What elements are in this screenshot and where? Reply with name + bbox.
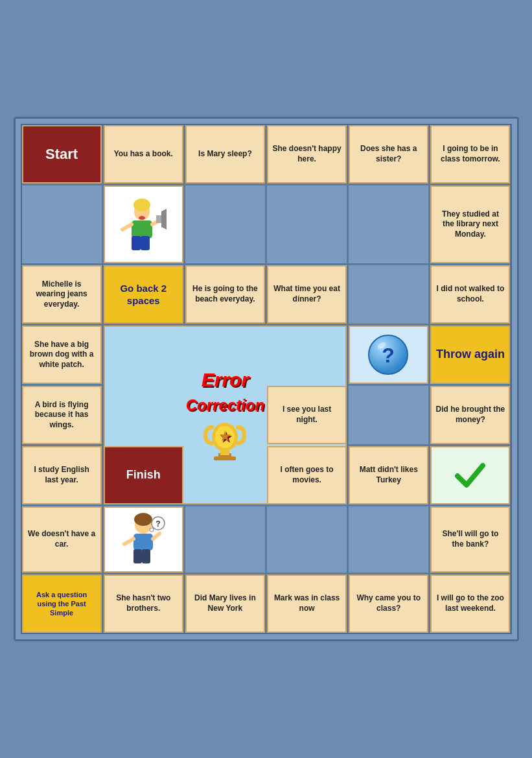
cell-r7c1-text: We doesn't have a car. bbox=[27, 529, 97, 549]
cell-r5c6: Did he brought the money? bbox=[430, 386, 510, 444]
cell-r8c2: She hasn't two brothers. bbox=[104, 574, 183, 633]
cell-start: Start bbox=[22, 125, 102, 184]
person-megaphone-icon bbox=[117, 192, 169, 257]
cell-r5c4: I see you last night. bbox=[267, 386, 347, 444]
cell-r6c5: Matt didn't likes Turkey bbox=[349, 446, 428, 504]
cell-r5c1-text: A bird is flying because it has wings. bbox=[27, 400, 97, 431]
svg-text:★: ★ bbox=[219, 429, 231, 444]
cell-r2c3-empty bbox=[185, 185, 265, 263]
cell-r8c4: Mark was in class now bbox=[267, 574, 347, 633]
svg-line-25 bbox=[124, 539, 133, 544]
cell-go-back: Go back 2 spaces bbox=[104, 265, 183, 324]
cell-r8c5-text: Why came you to class? bbox=[354, 593, 423, 613]
svg-rect-14 bbox=[220, 450, 229, 455]
cell-r3c4: What time you eat dinner? bbox=[267, 265, 347, 324]
question-sphere-icon: ? bbox=[367, 334, 410, 376]
cell-finish: Finish bbox=[104, 446, 183, 504]
cell-r1c3-text: Is Mary sleep? bbox=[198, 149, 252, 160]
cell-r8c4-text: Mark was in class now bbox=[272, 593, 341, 613]
cell-r6c1-text: I study English last year. bbox=[27, 465, 97, 485]
cell-r3c3-text: He is going to the beach everyday. bbox=[191, 284, 260, 304]
svg-point-29 bbox=[150, 528, 154, 532]
cell-r3c1-text: Michelle is wearing jeans everyday. bbox=[27, 279, 97, 310]
cell-r3c4-text: What time you eat dinner? bbox=[272, 284, 341, 304]
cell-r7c5-empty bbox=[349, 506, 428, 573]
cell-throw-again-text: Throw again bbox=[436, 347, 505, 362]
cell-r7c3-empty bbox=[185, 506, 265, 573]
svg-line-26 bbox=[153, 534, 159, 539]
svg-rect-4 bbox=[141, 236, 150, 250]
cell-go-back-text: Go back 2 spaces bbox=[109, 282, 178, 307]
cell-r2c5-empty bbox=[349, 185, 428, 263]
svg-rect-24 bbox=[142, 549, 150, 563]
svg-rect-8 bbox=[156, 215, 161, 223]
svg-rect-22 bbox=[133, 534, 153, 551]
cell-r6c4-text: I often goes to movies. bbox=[272, 465, 341, 485]
svg-point-9 bbox=[139, 216, 145, 220]
svg-point-1 bbox=[133, 198, 150, 211]
cell-throw-again: Throw again bbox=[430, 326, 510, 384]
trophy-icon: ★ bbox=[202, 418, 248, 463]
board-grid: Start You has a book. Is Mary sleep? She… bbox=[21, 124, 512, 634]
cell-r8c2-text: She hasn't two brothers. bbox=[109, 593, 178, 613]
svg-rect-11 bbox=[214, 456, 236, 460]
cell-r7c6-text: She'll will go to the bank? bbox=[435, 529, 505, 549]
cell-r5c5-empty bbox=[349, 386, 428, 444]
cell-r2c4-empty bbox=[267, 185, 347, 263]
svg-rect-2 bbox=[132, 220, 152, 239]
correction-text: Correction bbox=[186, 395, 264, 415]
check-mark-icon bbox=[452, 458, 488, 493]
cell-green-check bbox=[430, 446, 510, 504]
cell-ask-question-text: Ask a question using the Past Simple bbox=[27, 590, 97, 618]
error-text: Error bbox=[202, 367, 249, 392]
cell-r8c6: I will go to the zoo last weekend. bbox=[430, 574, 510, 633]
cell-r2c6-text: They studied at the library next Monday. bbox=[435, 209, 505, 240]
cell-r1c3: Is Mary sleep? bbox=[185, 125, 265, 184]
cell-r8c3-text: Did Mary lives in New York bbox=[191, 593, 260, 613]
cell-r4c1: She have a big brown dog with a white pa… bbox=[22, 326, 102, 384]
cell-r7c1: We doesn't have a car. bbox=[22, 506, 102, 573]
cell-blue-question: ? bbox=[349, 326, 428, 384]
cell-ask-question: Ask a question using the Past Simple bbox=[22, 574, 102, 633]
svg-text:?: ? bbox=[156, 519, 161, 528]
cell-r1c5: Does she has a sister? bbox=[349, 125, 428, 184]
cell-r1c2-text: You has a book. bbox=[114, 149, 173, 160]
cell-r3c1: Michelle is wearing jeans everyday. bbox=[22, 265, 102, 324]
cell-r3c6: I did not walked to school. bbox=[430, 265, 510, 324]
cell-r6c4: I often goes to movies. bbox=[267, 446, 347, 504]
cell-r5c6-text: Did he brought the money? bbox=[435, 405, 505, 425]
cell-r6c5-text: Matt didn't likes Turkey bbox=[354, 465, 423, 485]
cell-r2c1-empty bbox=[22, 185, 102, 263]
svg-line-5 bbox=[122, 224, 132, 230]
svg-point-21 bbox=[134, 513, 152, 526]
cell-r3c3: He is going to the beach everyday. bbox=[185, 265, 265, 324]
cell-r1c4: She doesn't happy here. bbox=[267, 125, 347, 184]
board-container: Start You has a book. Is Mary sleep? She… bbox=[14, 117, 519, 641]
error-correction-content: Error Correction ★ bbox=[186, 367, 264, 463]
cell-r3c5-empty bbox=[349, 265, 428, 324]
cell-r7c2-image: ? bbox=[104, 506, 183, 573]
cell-r8c5: Why came you to class? bbox=[349, 574, 428, 633]
svg-rect-23 bbox=[133, 549, 142, 563]
cell-r1c6-text: I going to be in class tomorrow. bbox=[435, 144, 505, 164]
cell-r1c2: You has a book. bbox=[104, 125, 183, 184]
cell-start-text: Start bbox=[45, 145, 78, 164]
cell-r7c6: She'll will go to the bank? bbox=[430, 506, 510, 573]
cell-r1c6: I going to be in class tomorrow. bbox=[430, 125, 510, 184]
svg-rect-3 bbox=[132, 236, 141, 250]
cell-r1c4-text: She doesn't happy here. bbox=[272, 144, 341, 164]
cell-r5c1: A bird is flying because it has wings. bbox=[22, 386, 102, 444]
cell-r2c6: They studied at the library next Monday. bbox=[430, 185, 510, 263]
person-thinking-icon: ? bbox=[121, 510, 166, 569]
cell-r4c1-text: She have a big brown dog with a white pa… bbox=[27, 340, 97, 370]
cell-r7c4-empty bbox=[267, 506, 347, 573]
cell-r3c6-text: I did not walked to school. bbox=[435, 284, 505, 304]
cell-r2c2-image bbox=[104, 185, 183, 263]
cell-r1c5-text: Does she has a sister? bbox=[354, 144, 423, 164]
cell-r8c6-text: I will go to the zoo last weekend. bbox=[435, 593, 505, 613]
cell-r8c3: Did Mary lives in New York bbox=[185, 574, 265, 633]
cell-r5c4-text: I see you last night. bbox=[272, 405, 341, 425]
cell-r6c1: I study English last year. bbox=[22, 446, 102, 504]
svg-marker-7 bbox=[161, 209, 167, 230]
